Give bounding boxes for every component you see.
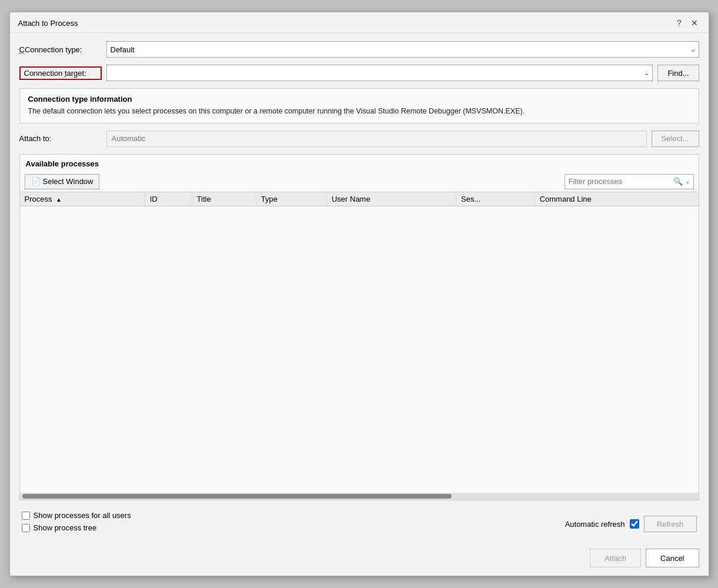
connection-target-dropdown-wrapper: ⌄ [106, 65, 653, 81]
title-bar-buttons: ? ✕ [673, 17, 702, 29]
connection-target-select[interactable] [106, 65, 653, 81]
process-table-container[interactable]: Process ▲ ID Title Type [20, 192, 699, 493]
attach-to-process-dialog: Attach to Process ? ✕ CConnection type: … [9, 12, 709, 576]
show-process-tree-label: Show process tree [34, 523, 97, 532]
find-button[interactable]: Find... [657, 65, 699, 81]
table-header-row: Process ▲ ID Title Type [20, 192, 699, 206]
dialog-title: Attach to Process [18, 19, 673, 28]
attach-button[interactable]: Attach [590, 549, 641, 567]
auto-refresh-checkbox[interactable] [630, 519, 639, 529]
auto-refresh-label: Automatic refresh [565, 520, 625, 529]
connection-target-row: Connection target: ⌄ Find... [19, 65, 699, 81]
show-all-users-checkbox[interactable] [22, 512, 30, 520]
title-bar: Attach to Process ? ✕ [10, 12, 709, 33]
connection-type-row: CConnection type: Default ⌄ [19, 41, 699, 58]
col-id[interactable]: ID [145, 192, 192, 206]
processes-section: Available processes 📄 Select Window 🔍 ⌄ [19, 154, 699, 500]
show-all-users-label: Show processes for all users [34, 511, 131, 520]
processes-section-title: Available processes [20, 155, 699, 172]
checkboxes-area: Show processes for all users Show proces… [22, 511, 131, 532]
dialog-footer-buttons: Attach Cancel [10, 543, 709, 576]
col-commandline[interactable]: Command Line [535, 192, 698, 206]
sort-asc-icon: ▲ [56, 196, 62, 203]
select-window-icon: 📄 [31, 177, 41, 186]
show-process-tree-row[interactable]: Show process tree [22, 523, 131, 532]
info-box-text: The default connection lets you select p… [28, 106, 690, 117]
select-button[interactable]: Select... [652, 131, 699, 147]
col-type[interactable]: Type [256, 192, 326, 206]
col-process[interactable]: Process ▲ [20, 192, 145, 206]
filter-dropdown-arrow[interactable]: ⌄ [685, 178, 690, 185]
attach-to-label: Attach to: [19, 134, 102, 143]
process-table: Process ▲ ID Title Type [20, 192, 699, 206]
refresh-button[interactable]: Refresh [644, 516, 697, 532]
filter-wrapper: 🔍 ⌄ [565, 174, 694, 189]
select-window-button[interactable]: 📄 Select Window [25, 174, 100, 189]
cancel-button[interactable]: Cancel [646, 549, 699, 567]
connection-type-info-box: Connection type information The default … [19, 88, 699, 123]
show-process-tree-checkbox[interactable] [22, 524, 30, 532]
filter-processes-input[interactable] [569, 177, 671, 186]
help-button[interactable]: ? [673, 17, 685, 29]
attach-to-input [106, 131, 647, 147]
connection-type-label: CConnection type: [19, 45, 102, 54]
connection-type-dropdown-wrapper: Default ⌄ [106, 41, 699, 58]
auto-refresh-area: Automatic refresh Refresh [565, 516, 697, 532]
bottom-options: Show processes for all users Show proces… [19, 507, 699, 534]
horizontal-scrollbar[interactable] [20, 493, 699, 500]
show-all-users-row[interactable]: Show processes for all users [22, 511, 131, 520]
info-box-title: Connection type information [28, 95, 690, 103]
close-button[interactable]: ✕ [687, 17, 702, 29]
select-window-label: Select Window [43, 177, 93, 186]
attach-to-row: Attach to: Select... [19, 131, 699, 147]
col-session[interactable]: Ses... [456, 192, 535, 206]
col-title[interactable]: Title [192, 192, 256, 206]
col-username[interactable]: User Name [326, 192, 456, 206]
connection-type-select[interactable]: Default [106, 41, 699, 58]
processes-toolbar: 📄 Select Window 🔍 ⌄ [20, 172, 699, 192]
connection-target-label: Connection target: [19, 66, 102, 80]
search-icon: 🔍 [673, 177, 683, 186]
scrollbar-thumb[interactable] [22, 494, 452, 499]
dialog-content: CConnection type: Default ⌄ Connection t… [10, 33, 709, 543]
